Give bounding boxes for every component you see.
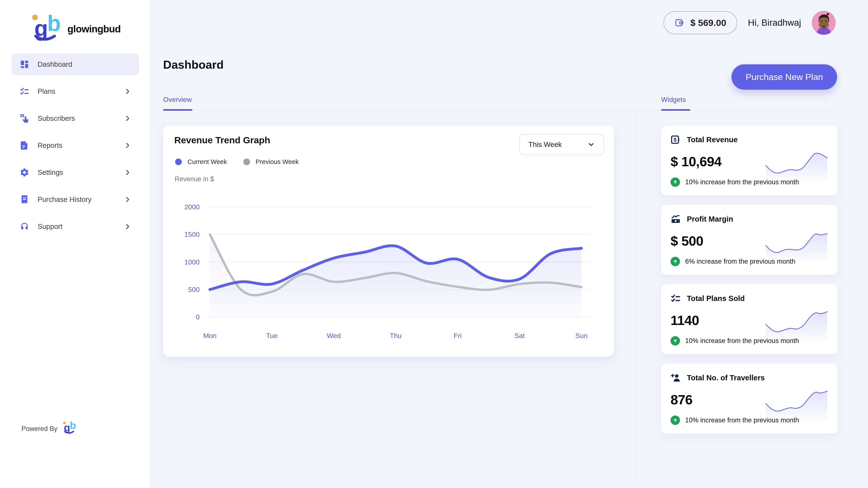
legend-dot-previous <box>243 159 250 165</box>
legend-label: Current Week <box>187 158 227 165</box>
tab-overview[interactable]: Overview <box>163 96 192 104</box>
sidebar: g b glowingbud Dashboard <box>0 0 151 488</box>
sidebar-item-support[interactable]: Support <box>12 216 139 237</box>
svg-text:Mon: Mon <box>203 332 217 339</box>
svg-text:Sat: Sat <box>514 332 525 339</box>
reports-icon <box>20 140 29 150</box>
widget-value: $ 500 <box>671 233 703 249</box>
tab-overview-active-underline <box>163 109 192 111</box>
arrow-up-icon <box>671 177 680 187</box>
page-title: Dashboard <box>163 58 224 71</box>
glowingbud-logo-icon: g b <box>34 19 62 42</box>
wallet-balance-chip[interactable]: $ 569.00 <box>663 11 737 34</box>
sidebar-item-label: Reports <box>37 141 62 150</box>
avatar[interactable] <box>812 11 836 35</box>
dashboard-icon <box>20 59 29 69</box>
profit-margin-icon <box>671 214 681 224</box>
widget-total-revenue: $ Total Revenue $ 10,694 10% increase fr… <box>661 126 838 195</box>
chevron-right-icon <box>124 115 131 122</box>
column-divider <box>635 110 635 479</box>
svg-text:2000: 2000 <box>184 203 199 211</box>
chart-legend: Current Week Previous Week <box>175 158 299 165</box>
plans-sold-icon <box>671 293 681 303</box>
total-revenue-icon: $ <box>671 134 681 145</box>
user-greeting: Hi, Biradhwaj <box>748 18 801 28</box>
svg-text:0: 0 <box>196 313 199 321</box>
widget-title: Profit Margin <box>687 215 733 223</box>
widget-total-plans-sold: Total Plans Sold 1140 10% increase from … <box>661 284 838 354</box>
purchase-new-plan-button[interactable]: Purchase New Plan <box>732 64 837 90</box>
settings-icon <box>20 167 29 177</box>
svg-text:Wed: Wed <box>327 332 341 339</box>
arrow-up-icon <box>671 336 680 346</box>
arrow-up-icon <box>671 416 680 425</box>
week-range-select[interactable]: This Week <box>520 134 604 155</box>
widget-value: 1140 <box>671 313 699 328</box>
widget-title: Total Revenue <box>687 135 738 144</box>
wallet-icon <box>674 18 684 28</box>
widget-delta-text: 10% increase from the previous month <box>685 178 799 186</box>
powered-by: Powered By g b <box>22 423 76 435</box>
chart-title: Revenue Trend Graph <box>174 135 270 145</box>
widget-delta: 10% increase from the previous month <box>671 336 799 346</box>
arrow-up-icon <box>671 257 680 266</box>
sidebar-item-label: Support <box>37 222 62 231</box>
sidebar-item-settings[interactable]: Settings <box>12 162 139 183</box>
svg-text:Tue: Tue <box>266 332 278 339</box>
chevron-right-icon <box>124 142 131 149</box>
sidebar-item-subscribers[interactable]: Subscribers <box>12 108 139 129</box>
chevron-right-icon <box>124 223 131 230</box>
widget-delta: 10% increase from the previous month <box>671 416 799 425</box>
sidebar-item-label: Dashboard <box>37 60 72 68</box>
brand-logo: g b glowingbud <box>34 19 121 42</box>
tab-widgets-active-underline <box>661 109 690 111</box>
widget-delta: 6% increase from the previous month <box>671 257 795 266</box>
wallet-balance-value: $ 569.00 <box>690 18 726 28</box>
sidebar-item-label: Purchase History <box>37 195 91 203</box>
widget-value: 876 <box>671 392 692 408</box>
support-icon <box>20 222 29 231</box>
sidebar-item-plans[interactable]: Plans <box>12 80 139 102</box>
svg-text:Thu: Thu <box>390 332 402 339</box>
y-axis-title: Revenue in $ <box>175 175 214 183</box>
widget-delta-text: 10% increase from the previous month <box>685 416 799 424</box>
legend-previous-week: Previous Week <box>243 158 299 165</box>
widget-delta-text: 6% increase from the previous month <box>685 258 795 265</box>
widget-total-travellers: Total No. of Travellers 876 10% increase… <box>661 364 838 433</box>
svg-text:1000: 1000 <box>184 258 199 266</box>
tabs-divider <box>163 110 838 110</box>
chevron-right-icon <box>124 196 131 203</box>
chevron-right-icon <box>124 88 131 95</box>
travellers-icon <box>671 372 681 383</box>
sidebar-item-label: Subscribers <box>37 114 75 123</box>
svg-text:Fri: Fri <box>454 332 462 339</box>
tab-widgets[interactable]: Widgets <box>661 96 686 104</box>
widget-title: Total Plans Sold <box>687 294 745 303</box>
chevron-right-icon <box>124 169 131 176</box>
widget-delta-text: 10% increase from the previous month <box>685 337 799 345</box>
main-content: $ 569.00 Hi, Biradhwaj <box>151 0 868 488</box>
widget-title: Total No. of Travellers <box>687 373 765 382</box>
top-bar: $ 569.00 Hi, Biradhwaj <box>663 11 836 35</box>
svg-text:1500: 1500 <box>184 231 199 238</box>
svg-text:500: 500 <box>188 286 199 293</box>
revenue-trend-card: Revenue Trend Graph This Week Current We… <box>163 126 614 357</box>
glowingbud-mini-logo-icon: g b <box>64 423 76 434</box>
sidebar-item-dashboard[interactable]: Dashboard <box>12 54 139 75</box>
purchase-history-icon <box>20 195 29 204</box>
legend-label: Previous Week <box>256 158 299 165</box>
subscribers-icon <box>20 113 29 123</box>
widget-profit-margin: Profit Margin $ 500 6% increase from the… <box>661 205 838 275</box>
legend-current-week: Current Week <box>175 158 227 165</box>
svg-text:Sun: Sun <box>576 332 588 339</box>
sidebar-menu: Dashboard Plans Subscriber <box>12 54 139 237</box>
chevron-down-icon <box>587 141 595 149</box>
svg-text:$: $ <box>674 137 677 143</box>
sidebar-item-purchase-history[interactable]: Purchase History <box>12 189 139 210</box>
sidebar-item-label: Plans <box>37 87 55 95</box>
week-range-value: This Week <box>528 140 562 149</box>
widget-delta: 10% increase from the previous month <box>671 177 799 187</box>
sidebar-item-reports[interactable]: Reports <box>12 135 139 156</box>
plans-icon <box>20 87 29 96</box>
brand-name: glowingbud <box>67 23 121 35</box>
